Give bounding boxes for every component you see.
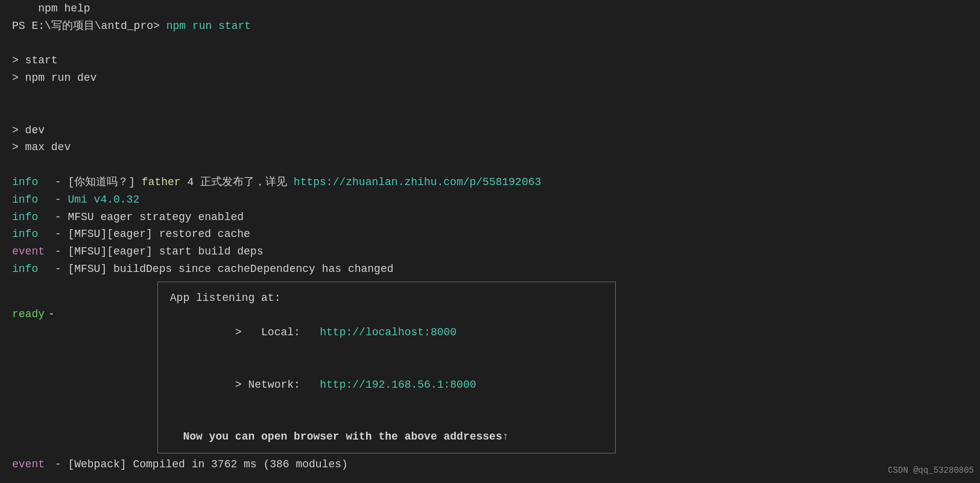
line-npm-run-dev: > npm run dev	[12, 69, 968, 87]
info-builddeps-text: - [MFSU] buildDeps since cacheDependency…	[48, 260, 394, 278]
line-info-father: info - [你知道吗？] father 4 正式发布了，详见 https:/…	[12, 174, 968, 191]
kw-info-2: info	[12, 191, 48, 209]
box-line-2: > Local: http://localhost:8000	[170, 307, 603, 359]
chevron-npm-run-dev: > npm run dev	[12, 69, 96, 87]
ps-label: PS E:\写的项目\antd_pro>	[12, 17, 166, 35]
kw-event-2: event	[12, 456, 48, 473]
blank-1	[12, 35, 968, 52]
app-listening-box: App listening at: > Local: http://localh…	[157, 282, 616, 453]
info-restored-text: - [MFSU][eager] restored cache	[48, 226, 250, 243]
umi-version: Umi v4.0.32	[68, 191, 139, 209]
line-ps-prompt: PS E:\写的项目\antd_pro> npm run start	[12, 17, 968, 35]
kw-info-3: info	[12, 209, 48, 226]
line-info-umi: info - Umi v4.0.32	[12, 191, 968, 209]
box-line-3: > Network: http://192.168.56.1:8000	[170, 359, 603, 411]
line-event-build: event - [MFSU][eager] start build deps	[12, 243, 968, 260]
box-line-4	[170, 411, 603, 428]
chevron-dev: > dev	[12, 122, 45, 139]
line-npm-help: npm help	[12, 0, 968, 17]
kw-ready: ready	[12, 279, 48, 323]
kw-info-4: info	[12, 226, 48, 243]
ready-section: ready - App listening at: > Local: http:…	[12, 279, 968, 456]
npm-help-text: npm help	[12, 0, 90, 17]
blank-3	[12, 104, 968, 122]
line-max-dev: > max dev	[12, 139, 968, 156]
kw-event-1: event	[12, 243, 48, 260]
father-word: father	[142, 174, 181, 191]
info-mfsu-eager-text: - MFSU eager strategy enabled	[48, 209, 244, 226]
info-dash-1: - [你知道吗？]	[48, 174, 142, 191]
network-link: http://192.168.56.1:8000	[320, 379, 476, 391]
chevron-start: > start	[12, 52, 58, 69]
watermark: CSDN @qq_53280805	[888, 464, 974, 477]
box-local-label: > Local:	[222, 326, 320, 338]
box-line-1: App listening at:	[170, 289, 603, 307]
localhost-link: http://localhost:8000	[320, 326, 457, 338]
line-dev: > dev	[12, 122, 968, 139]
box-open-browser: Now you can open browser with the above …	[170, 428, 603, 446]
terminal: npm help PS E:\写的项目\antd_pro> npm run st…	[0, 0, 980, 479]
line-info-builddeps: info - [MFSU] buildDeps since cacheDepen…	[12, 260, 968, 278]
chevron-max-dev: > max dev	[12, 139, 71, 156]
info-father-rest: 4 正式发布了，详见	[181, 174, 294, 191]
blank-2	[12, 87, 968, 104]
event-build-text: - [MFSU][eager] start build deps	[48, 243, 263, 260]
kw-info-5: info	[12, 260, 48, 278]
ready-dash: -	[48, 279, 55, 323]
zhihu-link: https://zhuanlan.zhihu.com/p/558192063	[294, 174, 541, 191]
line-info-restored: info - [MFSU][eager] restored cache	[12, 226, 968, 243]
line-info-mfsu-eager: info - MFSU eager strategy enabled	[12, 209, 968, 226]
box-network-label: > Network:	[222, 379, 320, 391]
line-start: > start	[12, 52, 968, 69]
line-event-webpack: event - [Webpack] Compiled in 3762 ms (3…	[12, 456, 968, 473]
info-dash-2: -	[48, 191, 68, 209]
blank-4	[12, 156, 968, 174]
npm-run-start-cmd: npm run start	[166, 17, 251, 35]
event-webpack-text: - [Webpack] Compiled in 3762 ms (386 mod…	[48, 456, 348, 473]
kw-info-1: info	[12, 174, 48, 191]
